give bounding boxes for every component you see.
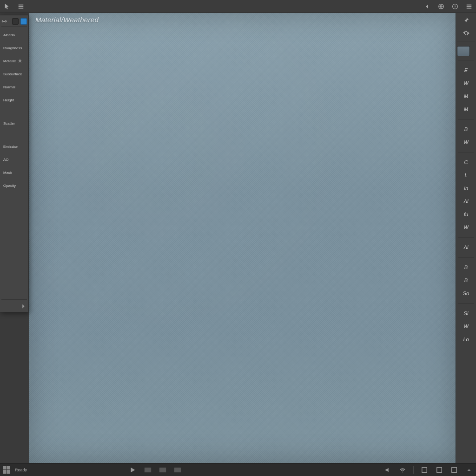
collapse-left-icon[interactable] xyxy=(20,303,27,310)
svg-rect-4 xyxy=(437,467,442,472)
gear-icon[interactable] xyxy=(462,29,470,37)
sidebar-label: C xyxy=(464,159,468,165)
sidebar-label: W xyxy=(463,139,468,145)
sidebar-label: M xyxy=(464,106,468,112)
channel-item[interactable]: Metallic xyxy=(1,56,27,66)
back-icon[interactable] xyxy=(423,2,431,11)
preview-thumbnail[interactable] xyxy=(457,46,470,56)
sidebar-item[interactable]: Ai xyxy=(457,241,475,253)
channel-item[interactable]: Opacity xyxy=(1,180,27,191)
sidebar-item[interactable]: W xyxy=(457,136,475,148)
channel-item[interactable]: Subsurface xyxy=(1,69,27,79)
play-icon[interactable] xyxy=(128,466,137,474)
sidebar-item[interactable]: So xyxy=(457,287,475,299)
sidebar-label: Ai xyxy=(464,245,469,250)
channel-label: AO xyxy=(3,158,9,162)
sidebar-item[interactable]: M xyxy=(457,90,475,102)
sidebar-label: Si xyxy=(464,311,469,316)
pointer-icon[interactable] xyxy=(3,2,11,11)
channel-item[interactable]: Roughness xyxy=(1,43,27,53)
wifi-icon[interactable] xyxy=(398,466,407,474)
sidebar-item[interactable]: W xyxy=(457,221,475,233)
sidebar-item[interactable]: E xyxy=(457,64,475,76)
sidebar-label: E xyxy=(464,67,468,73)
sidebar-item[interactable]: W xyxy=(457,77,475,89)
channel-item[interactable]: Albedo xyxy=(1,30,27,40)
start-icon[interactable] xyxy=(3,466,10,474)
channel-label: Normal xyxy=(3,85,15,89)
sidebar-item[interactable]: B xyxy=(457,261,475,273)
taskbar: Ready xyxy=(0,463,476,476)
viewport-canvas[interactable]: Material/Weathered xyxy=(29,13,456,463)
sidebar-label: W xyxy=(463,225,468,230)
pin-icon xyxy=(18,59,22,63)
left-channel-panel: Albedo Roughness Metallic Subsurface Nor… xyxy=(0,15,29,312)
right-sidebar: E W M M B W C L In Al fu W Ai B B So Si … xyxy=(456,13,476,463)
panel-tab-b-active[interactable] xyxy=(20,18,27,25)
sidebar-label: M xyxy=(464,93,468,99)
sidebar-label: Lo xyxy=(463,337,469,342)
sidebar-item[interactable]: fu xyxy=(457,208,475,220)
sidebar-item[interactable]: C xyxy=(457,156,475,168)
svg-text:?: ? xyxy=(454,4,456,8)
channel-item[interactable]: Normal xyxy=(1,82,27,92)
channel-label: Mask xyxy=(3,171,12,175)
tray-square-icon[interactable] xyxy=(450,466,458,474)
canvas-title: Material/Weathered xyxy=(35,16,99,24)
sidebar-label: B xyxy=(464,126,468,132)
sidebar-label: Al xyxy=(464,198,469,204)
sidebar-label: In xyxy=(464,185,468,191)
panel-link-icon[interactable] xyxy=(1,19,7,24)
sidebar-label: B xyxy=(464,264,468,270)
volume-icon[interactable] xyxy=(383,466,392,474)
tray-square-icon[interactable] xyxy=(420,466,429,474)
sidebar-item[interactable]: Al xyxy=(457,195,475,207)
chevron-up-icon[interactable] xyxy=(465,466,473,474)
sidebar-item[interactable]: W xyxy=(457,320,475,332)
sidebar-item[interactable]: L xyxy=(457,169,475,181)
sidebar-item[interactable]: B xyxy=(457,123,475,135)
channel-item[interactable]: Emission xyxy=(1,141,27,152)
separator xyxy=(413,466,414,474)
sidebar-item[interactable]: Lo xyxy=(457,333,475,345)
pin-icon[interactable] xyxy=(462,16,470,24)
channel-label: Scatter xyxy=(3,121,15,126)
sidebar-item[interactable]: Si xyxy=(457,307,475,319)
svg-rect-5 xyxy=(452,467,457,472)
channel-label: Height xyxy=(3,98,14,102)
sidebar-label: fu xyxy=(464,212,468,217)
channel-item[interactable]: AO xyxy=(1,154,27,165)
tray-square-icon[interactable] xyxy=(435,466,443,474)
sidebar-label: So xyxy=(463,291,469,296)
sidebar-label: W xyxy=(463,324,468,329)
channel-label: Albedo xyxy=(3,33,15,37)
sidebar-item[interactable]: B xyxy=(457,274,475,286)
overflow-icon[interactable] xyxy=(465,2,473,11)
panel-tab-row xyxy=(1,17,27,27)
sidebar-item[interactable]: M xyxy=(457,103,475,115)
svg-rect-3 xyxy=(422,467,427,472)
help-icon[interactable]: ? xyxy=(451,2,459,11)
channel-label: Subsurface xyxy=(3,72,22,76)
channel-item[interactable]: Scatter xyxy=(1,118,27,128)
channel-label: Emission xyxy=(3,145,18,149)
channel-item[interactable]: Height xyxy=(1,95,27,105)
taskbar-app[interactable] xyxy=(144,467,152,473)
top-toolbar: ? xyxy=(0,0,476,13)
sidebar-label: W xyxy=(463,80,468,86)
sidebar-item[interactable]: In xyxy=(457,182,475,194)
channel-label: Roughness xyxy=(3,46,22,50)
menu-icon[interactable] xyxy=(17,2,25,11)
globe-icon[interactable] xyxy=(437,2,445,11)
channel-label: Metallic xyxy=(3,59,16,63)
panel-tab-a[interactable] xyxy=(12,18,19,25)
sidebar-label: B xyxy=(464,278,468,283)
channel-item[interactable]: Mask xyxy=(1,167,27,178)
status-text: Ready xyxy=(15,468,27,472)
channel-label: Opacity xyxy=(3,184,16,188)
sidebar-label: L xyxy=(464,172,467,178)
taskbar-app[interactable] xyxy=(174,467,181,473)
taskbar-app[interactable] xyxy=(159,467,166,473)
